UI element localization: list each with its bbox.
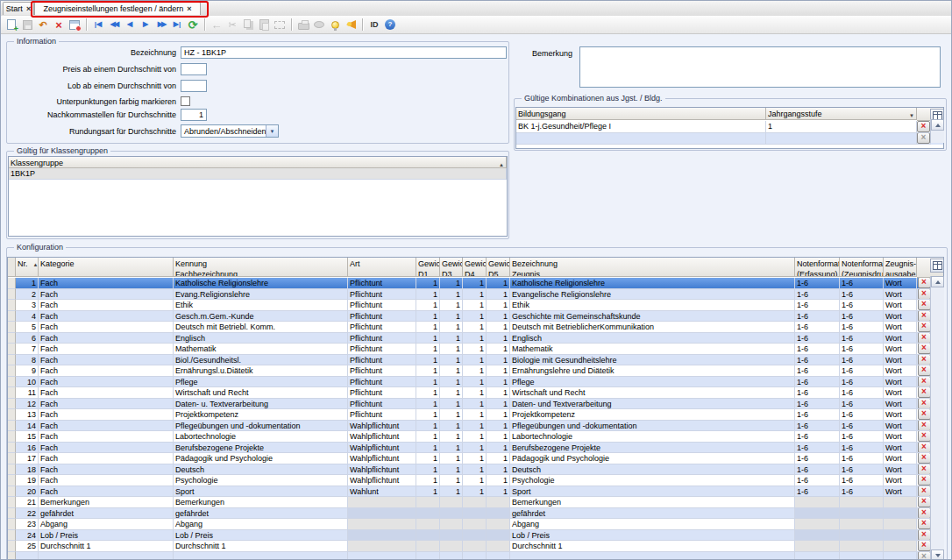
delete-row-button[interactable]: × (918, 431, 931, 442)
grid-cell[interactable]: Fach (39, 355, 174, 366)
grid-cell[interactable]: 1 (487, 355, 510, 366)
paste-button[interactable] (256, 18, 272, 32)
grid-cell[interactable]: 1 (416, 322, 440, 333)
grid-cell[interactable]: Katholische Religionslehre (510, 278, 795, 289)
grid-cell[interactable]: Abgang (39, 519, 174, 530)
grid-cell[interactable]: Pflichtunt (348, 377, 416, 388)
table-row[interactable]: 4FachGesch.m.Gem.-KundePflichtunt1111Ges… (8, 311, 943, 323)
grid-cell[interactable]: 1 (416, 431, 440, 443)
grid-cell[interactable]: 1-6 (795, 344, 840, 355)
grid-cell[interactable]: 1 (487, 333, 510, 344)
delete-row-button[interactable]: × (918, 300, 931, 310)
grid-cell[interactable]: 1-6 (795, 311, 840, 323)
grid-cell[interactable]: 1 (463, 399, 487, 410)
grid-cell[interactable]: Durchschnitt 1 (39, 541, 174, 552)
tab-start[interactable]: Start × (3, 2, 34, 15)
grid-cell[interactable]: Pflichtunt (348, 300, 416, 311)
grid-cell[interactable]: 1 (416, 475, 440, 486)
table-row[interactable]: 15FachLabortechnologieWahlpflichtunt1111… (8, 431, 943, 443)
grid-cell[interactable]: 1-6 (840, 486, 884, 498)
table-row[interactable]: 3FachEthikPflichtunt1111Ethik1-61-6Wort× (8, 300, 943, 311)
select-region-button[interactable] (272, 18, 288, 32)
column-header-nr[interactable]: Nr.▲ (16, 258, 39, 277)
grid-cell[interactable]: 1 (416, 377, 440, 388)
delete-row-button[interactable]: × (918, 508, 931, 519)
grid-cell[interactable]: 1-6 (840, 300, 884, 311)
grid-cell[interactable]: Pflichtunt (348, 365, 416, 377)
grid-cell[interactable] (795, 497, 840, 508)
grid-cell[interactable]: 1-6 (795, 387, 840, 399)
grid-cell[interactable]: 1-6 (795, 431, 840, 443)
grid-cell[interactable]: Wort (884, 300, 917, 311)
column-header-nfz[interactable]: Notenformat (Zeugnisdruck) (840, 258, 884, 277)
grid-cell[interactable]: 1-6 (840, 399, 884, 410)
grid-cell[interactable]: 1 (416, 409, 440, 421)
grid-cell[interactable]: 1 (487, 300, 510, 311)
grid-cell[interactable]: Pflege (510, 377, 795, 388)
grid-cell[interactable] (416, 519, 440, 530)
grid-cell[interactable]: Pädagogik und Psychologie (174, 453, 348, 464)
grid-cell[interactable]: 1 (440, 431, 463, 443)
grid-cell[interactable]: 1 (440, 344, 463, 355)
grid-cell[interactable]: 1 (440, 486, 463, 498)
lob-input[interactable] (181, 80, 207, 92)
grid-cell[interactable]: 1 (463, 421, 487, 432)
grid-cell[interactable]: 1-6 (795, 377, 840, 388)
grid-cell[interactable]: Wort (884, 289, 917, 301)
grid-cell[interactable]: Geschichte mit Gemeinschaftskunde (510, 311, 795, 323)
column-header-bildungsgang[interactable]: Bildungsgang (516, 108, 766, 120)
grid-cell[interactable]: Wort (884, 453, 917, 464)
grid-cell[interactable]: Fach (39, 431, 174, 443)
table-row[interactable]: 20FachSportWahlunt1111Sport1-61-6Wort× (8, 486, 943, 498)
grid-cell[interactable]: Gesch.m.Gem.-Kunde (174, 311, 348, 323)
grid-cell[interactable]: 10 (16, 377, 39, 388)
delete-row-button[interactable]: × (918, 519, 931, 529)
grid-cell[interactable]: Fach (39, 453, 174, 464)
column-header-kennung[interactable]: Kennung Fachbezeichnung (174, 258, 348, 277)
tab-zeugniseinstellungen[interactable]: Zeugniseinstellungen festlegen / ändern … (34, 2, 201, 15)
grid-cell[interactable]: 1 (487, 311, 510, 323)
grid-cell[interactable]: Fach (39, 365, 174, 377)
grid-cell[interactable]: Wort (884, 365, 917, 377)
grid-cell[interactable]: Wahlpflichtunt (348, 431, 416, 443)
grid-cell[interactable]: Wort (884, 377, 917, 388)
grid-cell[interactable]: 1 (440, 464, 463, 476)
grid-cell[interactable]: Pflege (174, 377, 348, 388)
delete-row-button[interactable]: × (918, 552, 931, 560)
grid-cell[interactable]: Fach (39, 443, 174, 454)
delete-row-button[interactable]: × (918, 453, 931, 464)
grid-cell[interactable]: Wort (884, 387, 917, 399)
grid-cell[interactable]: 1 (487, 344, 510, 355)
grid-cell[interactable]: 1 (487, 365, 510, 377)
delete-row-button[interactable]: × (918, 464, 931, 475)
rundungsart-select[interactable]: Abrunden/Abschneiden ▼ (181, 124, 279, 138)
grid-cell[interactable] (766, 133, 917, 145)
grid-cell[interactable]: 1-6 (795, 409, 840, 421)
grid-cell[interactable]: Wort (884, 344, 917, 355)
grid-cell[interactable]: gefährdet (39, 508, 174, 520)
grid-cell[interactable]: 1 (463, 409, 487, 421)
grid-cell[interactable]: Lob / Preis (510, 530, 795, 542)
grid-cell[interactable]: 1-6 (840, 333, 884, 344)
delete-row-button[interactable]: × (918, 486, 931, 497)
grid-cell[interactable]: 1-6 (840, 322, 884, 333)
grid-cell[interactable] (840, 508, 884, 520)
delete-record-button[interactable]: × (51, 18, 67, 32)
table-row[interactable]: 7FachMathematikPflichtunt1111Mathematik1… (8, 344, 943, 355)
grid-cell[interactable]: 1 (416, 453, 440, 464)
grid-cell[interactable]: 1 (463, 365, 487, 377)
grid-cell[interactable]: Fach (39, 486, 174, 498)
grid-cell[interactable]: 1 (487, 322, 510, 333)
grid-cell[interactable] (884, 508, 917, 520)
grid-cell[interactable]: Labortechnologie (510, 431, 795, 443)
grid-cell[interactable]: 1 (487, 289, 510, 301)
grid-cell[interactable] (487, 530, 510, 542)
grid-cell[interactable]: Deutsch (174, 464, 348, 476)
grid-cell[interactable]: Bemerkungen (39, 497, 174, 508)
grid-cell[interactable] (416, 497, 440, 508)
grid-cell[interactable]: 1 (463, 443, 487, 454)
grid-cell[interactable]: Wort (884, 355, 917, 366)
grid-cell[interactable]: Pflichtunt (348, 333, 416, 344)
grid-cell[interactable]: Wort (884, 333, 917, 344)
grid-cell[interactable] (487, 541, 510, 552)
